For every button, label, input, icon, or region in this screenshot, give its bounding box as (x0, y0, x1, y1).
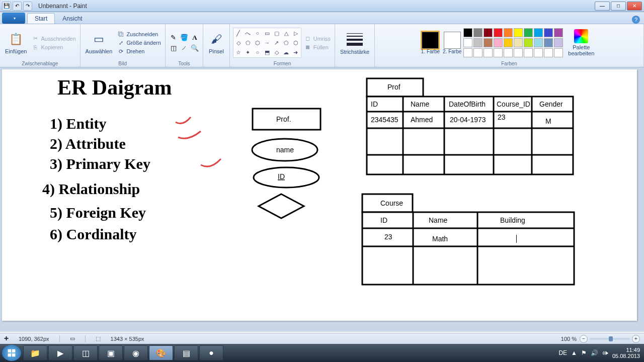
shape-item[interactable]: ○ (253, 29, 262, 38)
palette-swatch[interactable] (544, 28, 553, 37)
shape-item[interactable]: ➜ (291, 48, 300, 57)
clock[interactable]: 11:49 05.08.2013 (612, 347, 640, 359)
battery-icon[interactable]: 🕪 (602, 349, 608, 356)
cut-button[interactable]: ✂Ausschneiden (31, 35, 76, 43)
shape-item[interactable]: ⬡ (291, 38, 300, 47)
palette-empty[interactable] (514, 48, 523, 57)
task-paint[interactable]: 🎨 (149, 345, 173, 360)
eraser-tool[interactable]: ◫ (169, 43, 179, 53)
stroke-button[interactable]: Strichstärke (338, 30, 371, 56)
zoom-in-button[interactable]: + (632, 335, 640, 343)
select-button[interactable]: ▭ Auswählen (84, 30, 115, 55)
palette-swatch[interactable] (463, 28, 472, 37)
outline-button[interactable]: ◻Umriss (303, 35, 332, 43)
palette-swatch[interactable] (514, 28, 523, 37)
lang-indicator[interactable]: DE (558, 349, 567, 356)
palette-empty[interactable] (494, 48, 503, 57)
palette-swatch[interactable] (504, 38, 513, 47)
palette-empty[interactable] (544, 48, 553, 57)
zoom-tool[interactable]: 🔍 (190, 43, 200, 53)
task-media[interactable]: ▶ (48, 345, 72, 360)
start-button[interactable] (2, 345, 21, 361)
picker-tool[interactable]: ⟋ (179, 43, 189, 53)
help-icon[interactable]: ? (632, 16, 640, 24)
task-notes[interactable]: ▤ (174, 345, 198, 360)
palette-swatch[interactable] (544, 38, 553, 47)
palette-empty[interactable] (534, 48, 543, 57)
palette-swatch[interactable] (524, 38, 533, 47)
palette-swatch[interactable] (473, 38, 482, 47)
undo-icon[interactable]: ↶ (13, 2, 22, 11)
shape-item[interactable]: ◇ (272, 48, 281, 57)
palette-empty[interactable] (463, 48, 472, 57)
shape-item[interactable]: ⬠ (282, 38, 291, 47)
shape-item[interactable]: ⬠ (244, 38, 253, 47)
crop-button[interactable]: ⿻Zuschneiden (116, 30, 162, 38)
shape-item[interactable]: → (263, 38, 272, 47)
task-chrome[interactable]: ◉ (124, 345, 148, 360)
shape-item[interactable]: ○ (253, 48, 262, 57)
palette-swatch[interactable] (524, 28, 533, 37)
tab-ansicht[interactable]: Ansicht (55, 13, 90, 24)
palette-swatch[interactable] (484, 28, 493, 37)
volume-icon[interactable]: 🔊 (591, 349, 598, 356)
rotate-button[interactable]: ⟳Drehen (116, 47, 162, 55)
shape-item[interactable]: ☆ (234, 48, 243, 57)
palette-swatch[interactable] (514, 38, 523, 47)
flag-icon[interactable]: ▲ (571, 349, 577, 356)
palette-swatch[interactable] (463, 38, 472, 47)
fill-tool[interactable]: 🪣 (179, 33, 189, 43)
palette-swatch[interactable] (473, 28, 482, 37)
color-palette[interactable] (463, 28, 563, 57)
brush-button[interactable]: 🖌 Pinsel (206, 30, 226, 55)
network-icon[interactable]: ⚑ (581, 349, 587, 356)
palette-swatch[interactable] (494, 28, 503, 37)
task-explorer[interactable]: 📁 (23, 345, 47, 360)
shape-item[interactable]: △ (282, 29, 291, 38)
pencil-tool[interactable]: ✎ (169, 33, 179, 43)
palette-empty[interactable] (484, 48, 493, 57)
maximize-button[interactable]: □ (611, 2, 626, 11)
zoom-slider[interactable] (590, 338, 630, 340)
save-icon[interactable]: 💾 (2, 2, 11, 11)
task-tiles[interactable]: ◫ (73, 345, 98, 360)
shape-item[interactable]: ⬡ (253, 38, 262, 47)
fill-button[interactable]: ◼Füllen (303, 43, 332, 51)
task-recorder[interactable]: ● (199, 345, 223, 360)
shape-item[interactable]: ▢ (272, 29, 281, 38)
file-menu-button[interactable] (2, 13, 25, 24)
palette-swatch[interactable] (554, 38, 563, 47)
resize-button[interactable]: ⤢Größe ändern (116, 39, 162, 47)
palette-empty[interactable] (473, 48, 482, 57)
palette-swatch[interactable] (484, 38, 493, 47)
copy-button[interactable]: ⎘Kopieren (31, 43, 76, 51)
redo-icon[interactable]: ↷ (23, 2, 32, 11)
zoom-control[interactable]: − + (580, 335, 640, 343)
task-terminal[interactable]: ▣ (99, 345, 123, 360)
shape-item[interactable]: ☁ (282, 48, 291, 57)
shape-item[interactable]: ╱ (234, 29, 243, 38)
tab-start[interactable]: Start (27, 13, 55, 24)
text-tool[interactable]: A (190, 33, 200, 43)
zoom-out-button[interactable]: − (580, 335, 588, 343)
palette-swatch[interactable] (534, 38, 543, 47)
shape-item[interactable]: ⬒ (263, 48, 272, 57)
edit-colors-button[interactable]: Palette bearbeiten (565, 28, 597, 57)
palette-empty[interactable] (554, 48, 563, 57)
shape-item[interactable]: ▭ (263, 29, 272, 38)
shape-item[interactable]: ▷ (291, 29, 300, 38)
color2-well[interactable]: 2. Farbe (443, 32, 461, 54)
shape-item[interactable]: へ (244, 29, 253, 38)
minimize-button[interactable]: — (595, 2, 610, 11)
palette-swatch[interactable] (534, 28, 543, 37)
palette-swatch[interactable] (504, 28, 513, 37)
palette-empty[interactable] (504, 48, 513, 57)
shapes-gallery[interactable]: ╱へ○▭▢△▷◇⬠⬡→↗⬠⬡☆✦○⬒◇☁➜ (233, 28, 301, 58)
palette-swatch[interactable] (494, 38, 503, 47)
shape-item[interactable]: ◇ (234, 38, 243, 47)
canvas[interactable]: ER Daigram 1) Entity 2) Attribute 3) Pri… (2, 69, 637, 321)
palette-empty[interactable] (524, 48, 533, 57)
palette-swatch[interactable] (554, 28, 563, 37)
color1-well[interactable]: 1. Farbe (421, 32, 440, 54)
shape-item[interactable]: ↗ (272, 38, 281, 47)
